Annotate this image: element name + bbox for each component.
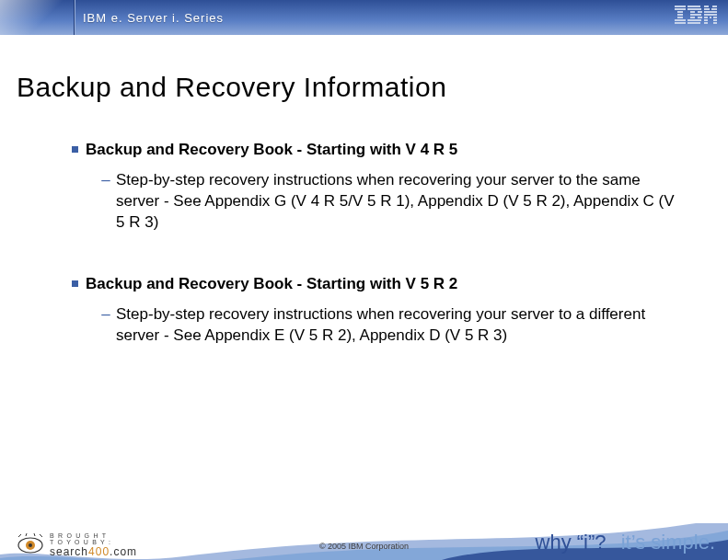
svg-rect-28 bbox=[704, 22, 708, 24]
bullet-item: Backup and Recovery Book - Starting with… bbox=[17, 274, 711, 295]
svg-rect-4 bbox=[677, 17, 683, 18]
svg-rect-14 bbox=[688, 19, 701, 21]
subbullet-text: Step-by-step recovery instructions when … bbox=[116, 170, 687, 234]
header-title: IBM e. Server i. Series bbox=[75, 11, 728, 25]
sponsor-lead-text: B R O U G H T T O Y O U B Y : bbox=[50, 532, 137, 545]
svg-rect-18 bbox=[704, 8, 710, 10]
svg-rect-19 bbox=[711, 8, 717, 10]
sponsor-brand-pre: search bbox=[50, 545, 88, 558]
svg-rect-7 bbox=[688, 6, 700, 7]
footer-tagline: why “i”? it’s simple. bbox=[536, 531, 715, 554]
footer-sponsor: B R O U G H T T O Y O U B Y : search400.… bbox=[17, 532, 137, 558]
sponsor-line1: B R O U G H T bbox=[50, 532, 137, 539]
sponsor-eye-icon bbox=[17, 533, 44, 557]
slide-title: Backup and Recovery Information bbox=[17, 72, 711, 103]
sponsor-brand-accent: 400 bbox=[88, 545, 110, 558]
subbullet-text: Step-by-step recovery instructions when … bbox=[116, 304, 687, 347]
svg-rect-2 bbox=[677, 11, 683, 13]
sponsor-block: B R O U G H T T O Y O U B Y : search400.… bbox=[50, 532, 137, 558]
svg-rect-15 bbox=[688, 22, 700, 24]
tagline-part1: why “i”? bbox=[536, 531, 607, 554]
svg-rect-13 bbox=[698, 17, 702, 18]
svg-rect-6 bbox=[675, 22, 686, 24]
subbullet-item: – Step-by-step recovery instructions whe… bbox=[17, 170, 711, 234]
sponsor-line2: T O Y O U B Y : bbox=[50, 539, 137, 545]
sponsor-brand-post: .com bbox=[110, 545, 137, 558]
bullet-heading: Backup and Recovery Book - Starting with… bbox=[86, 140, 457, 161]
svg-rect-21 bbox=[711, 11, 717, 13]
square-bullet-icon bbox=[72, 280, 78, 287]
header-bar: IBM e. Server i. Series bbox=[0, 0, 728, 35]
slide-content: Backup and Recovery Information Backup a… bbox=[0, 35, 728, 347]
subbullet-item: – Step-by-step recovery instructions whe… bbox=[17, 304, 711, 347]
square-bullet-icon bbox=[72, 146, 78, 153]
svg-rect-29 bbox=[713, 22, 717, 24]
sponsor-brand: search400.com bbox=[50, 545, 137, 558]
dash-bullet-icon: – bbox=[101, 304, 110, 326]
svg-point-32 bbox=[29, 543, 32, 547]
footer-copyright: © 2005 IBM Corporation bbox=[319, 542, 409, 551]
svg-rect-24 bbox=[710, 17, 711, 18]
header-left-accent bbox=[0, 0, 74, 35]
svg-rect-25 bbox=[713, 17, 717, 18]
svg-rect-8 bbox=[688, 8, 701, 10]
svg-rect-3 bbox=[677, 14, 683, 16]
svg-rect-12 bbox=[690, 17, 695, 18]
svg-rect-1 bbox=[675, 8, 686, 10]
svg-rect-17 bbox=[712, 6, 717, 7]
bullet-item: Backup and Recovery Book - Starting with… bbox=[17, 140, 711, 161]
svg-rect-9 bbox=[690, 11, 695, 13]
header-accent-shape bbox=[0, 0, 72, 35]
svg-rect-23 bbox=[704, 17, 708, 18]
svg-rect-5 bbox=[675, 19, 686, 21]
dash-bullet-icon: – bbox=[101, 170, 110, 191]
svg-rect-22 bbox=[704, 14, 717, 16]
svg-rect-26 bbox=[704, 19, 708, 21]
svg-rect-11 bbox=[690, 14, 701, 16]
ibm-logo-icon bbox=[675, 6, 717, 24]
svg-rect-0 bbox=[675, 6, 686, 7]
tagline-part2: it’s simple. bbox=[621, 531, 715, 554]
svg-rect-27 bbox=[713, 19, 717, 21]
svg-rect-16 bbox=[704, 6, 709, 7]
svg-rect-20 bbox=[704, 11, 711, 13]
footer: B R O U G H T T O Y O U B Y : search400.… bbox=[0, 523, 728, 560]
svg-rect-10 bbox=[698, 11, 702, 13]
bullet-heading: Backup and Recovery Book - Starting with… bbox=[86, 274, 457, 295]
